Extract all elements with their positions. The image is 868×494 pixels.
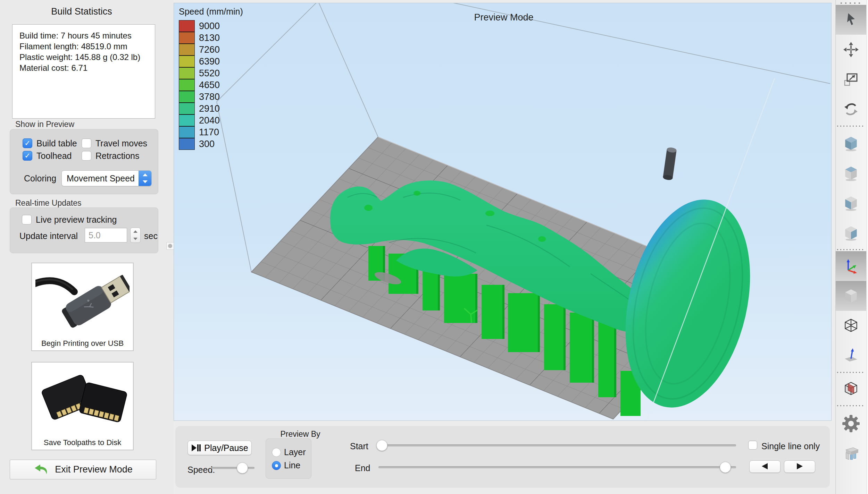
3d-viewport[interactable]: Preview Mode Speed (mm/min) 9000 8130 72… — [174, 3, 832, 421]
end-slider[interactable] — [378, 462, 736, 472]
legend-swatch — [179, 20, 195, 32]
travel-moves-checkbox[interactable] — [82, 138, 91, 148]
single-line-checkbox[interactable] — [748, 441, 757, 450]
coloring-label: Coloring — [24, 173, 56, 184]
cross-section-button[interactable] — [836, 374, 866, 404]
toolbar-scroll-gutter[interactable] — [866, 0, 868, 494]
rotate-tool-button[interactable] — [836, 94, 866, 124]
toolbar-grip-icon[interactable] — [841, 2, 861, 4]
coordinate-axes-button[interactable] — [836, 251, 866, 281]
single-line-label: Single line only — [761, 441, 820, 451]
surface-normals-button[interactable] — [836, 341, 866, 370]
legend-value: 4650 — [199, 80, 220, 91]
view-cube-front-icon — [842, 194, 860, 212]
cross-section-icon — [842, 380, 860, 398]
dropdown-stepper-icon[interactable] — [139, 171, 151, 186]
toolhead-label: Toolhead — [36, 151, 72, 161]
update-interval-unit: sec — [144, 231, 158, 241]
update-interval-input[interactable] — [85, 228, 127, 242]
build-table-checkbox[interactable] — [23, 138, 32, 148]
begin-printing-usb-button[interactable]: Begin Printing over USB — [31, 263, 134, 351]
coordinate-axes-icon — [843, 258, 859, 274]
solid-view-icon — [842, 287, 860, 305]
cursor-tool-button[interactable] — [836, 5, 866, 35]
exit-preview-mode-button[interactable]: Exit Preview Mode — [10, 460, 156, 479]
view-cube-side-icon — [842, 224, 860, 241]
preview-by-layer-label: Layer — [284, 447, 306, 457]
settings-button[interactable] — [836, 409, 866, 438]
wireframe-view-button[interactable] — [836, 311, 866, 341]
legend-item: 4650 — [179, 79, 243, 91]
view-cube-side-button[interactable] — [836, 218, 866, 248]
move-icon — [843, 41, 859, 58]
retractions-checkbox[interactable] — [82, 151, 91, 161]
toolbar-divider — [837, 405, 865, 406]
legend-swatch — [179, 32, 195, 44]
3d-scene — [174, 3, 832, 421]
view-cube-front-button[interactable] — [836, 188, 866, 218]
preview-controls-bar: Play/Pause Speed: Preview By Layer Line … — [175, 426, 830, 488]
play-pause-icon — [191, 444, 201, 452]
coloring-value: Movement Speed — [62, 171, 151, 186]
view-toolbar — [835, 0, 866, 494]
toolhead-checkbox[interactable] — [23, 151, 32, 161]
scale-icon — [843, 71, 859, 88]
view-cube-top-button[interactable] — [836, 158, 866, 188]
rotate-icon — [843, 101, 859, 118]
sd-cards-photo — [35, 365, 130, 435]
step-forward-button[interactable] — [784, 460, 815, 473]
interval-stepper-icon[interactable] — [130, 228, 141, 243]
scale-tool-button[interactable] — [836, 65, 866, 94]
legend-title: Speed (mm/min) — [179, 7, 243, 17]
legend-value: 9000 — [199, 21, 220, 32]
legend-value: 6390 — [199, 56, 220, 67]
step-back-icon — [761, 463, 769, 470]
green-back-arrow-icon — [33, 464, 49, 476]
toolbar-divider — [837, 126, 865, 127]
save-toolpaths-button[interactable]: Save Toolpaths to Disk — [31, 362, 134, 450]
legend-value: 2910 — [199, 103, 220, 114]
legend-swatch — [179, 91, 195, 103]
legend-item: 5520 — [179, 67, 243, 79]
legend-item: 300 — [179, 138, 243, 150]
preview-mode-label: Preview Mode — [474, 12, 533, 23]
speed-slider-thumb[interactable] — [237, 462, 248, 474]
toolhead-indicator — [663, 147, 677, 181]
live-preview-label: Live preview tracking — [36, 214, 117, 225]
panel-splitter-handle[interactable] — [166, 242, 174, 250]
coloring-dropdown[interactable]: Movement Speed — [61, 170, 152, 186]
settings-panel: Build Statistics Build time: 7 hours 45 … — [0, 0, 174, 494]
legend-item: 7260 — [179, 44, 243, 56]
start-slider-label: Start — [350, 441, 368, 451]
exit-button-label: Exit Preview Mode — [55, 464, 133, 475]
step-back-button[interactable] — [749, 460, 781, 473]
toolbar-divider — [837, 249, 865, 250]
retractions-label: Retractions — [95, 151, 139, 161]
start-slider[interactable] — [378, 440, 736, 451]
speed-legend-items: 9000 8130 7260 6390 5520 4650 3780 2910 … — [179, 20, 243, 150]
speed-slider[interactable] — [211, 463, 254, 473]
legend-value: 7260 — [199, 44, 220, 55]
legend-swatch — [179, 126, 195, 138]
preview-by-line-radio[interactable] — [272, 461, 281, 470]
play-pause-button[interactable]: Play/Pause — [187, 441, 252, 455]
build-time: Build time: 7 hours 45 minutes — [19, 30, 148, 41]
usb-button-label: Begin Printing over USB — [32, 339, 133, 348]
live-preview-checkbox[interactable] — [22, 215, 32, 224]
step-forward-icon — [795, 463, 804, 470]
show-in-preview-group: Build table Travel moves Toolhead Retrac… — [10, 129, 158, 194]
legend-swatch — [179, 44, 195, 56]
view-cube-default-icon — [842, 135, 860, 152]
legend-swatch — [179, 114, 195, 126]
move-tool-button[interactable] — [836, 35, 866, 65]
preview-by-group: Layer Line — [266, 438, 311, 479]
solid-view-button[interactable] — [836, 281, 866, 311]
panel-title: Build Statistics — [0, 6, 163, 17]
start-slider-thumb[interactable] — [376, 440, 387, 451]
support-structures-button[interactable] — [836, 438, 866, 468]
realtime-updates-label: Real-time Updates — [15, 198, 81, 208]
end-slider-thumb[interactable] — [720, 462, 731, 473]
legend-value: 3780 — [199, 92, 220, 102]
view-cube-default-button[interactable] — [836, 128, 866, 158]
preview-by-layer-radio[interactable] — [272, 448, 281, 457]
